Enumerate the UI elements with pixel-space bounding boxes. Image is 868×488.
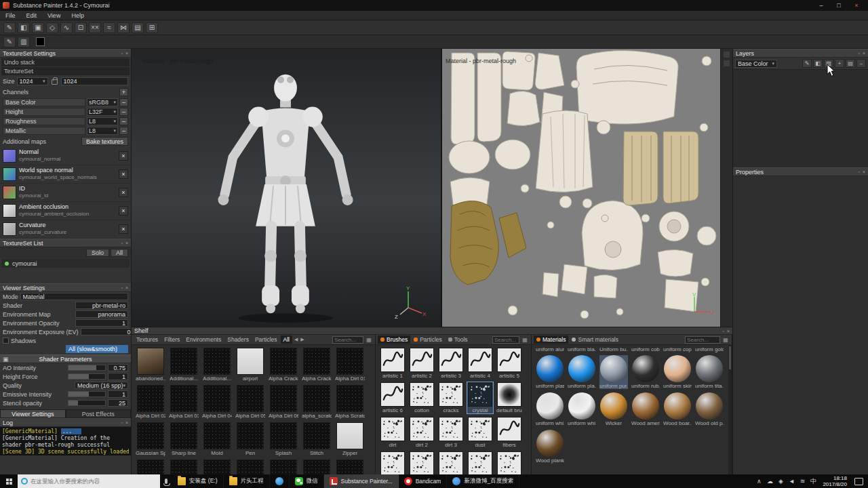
float-panel-icon[interactable]: ▫ <box>858 51 859 56</box>
float-panel-icon[interactable]: ▫ <box>121 420 122 425</box>
menu-edit[interactable]: Edit <box>21 12 43 19</box>
brush-thumb[interactable] <box>410 348 434 372</box>
menu-help[interactable]: Help <box>66 12 90 19</box>
shader-value[interactable]: pbr-metal-ro <box>75 302 128 309</box>
clear-map-button[interactable]: × <box>119 224 128 234</box>
smudge-tool-icon[interactable]: ∿ <box>60 22 73 33</box>
material-sphere[interactable] <box>696 355 723 382</box>
brush-thumb[interactable] <box>380 348 405 372</box>
material-sphere[interactable] <box>696 392 723 420</box>
texture-thumb[interactable] <box>237 422 264 449</box>
roughness-format-select[interactable]: L8▾ <box>87 117 118 125</box>
clear-map-button[interactable]: × <box>119 188 128 197</box>
texture-thumb[interactable] <box>170 385 197 412</box>
texture-thumb[interactable] <box>270 348 297 375</box>
material-sphere[interactable] <box>632 392 659 420</box>
emissive-intensity-slider[interactable] <box>68 391 106 397</box>
environment-exposure-ev-value[interactable]: 0 <box>81 328 132 336</box>
metallic-channel-button[interactable]: Metallic <box>3 127 85 135</box>
input-method-indicator[interactable]: 中 <box>810 477 816 486</box>
undo-stack-row[interactable]: Undo stack <box>1 58 130 66</box>
menu-file[interactable]: File <box>0 12 21 19</box>
maximize-button[interactable]: □ <box>830 0 848 11</box>
clear-map-button[interactable]: × <box>119 151 128 161</box>
discard-strokes-icon[interactable]: ×× <box>89 22 101 33</box>
stencil-opacity-value[interactable]: 25 <box>108 399 128 407</box>
brush-thumb[interactable] <box>410 382 434 407</box>
delete-layer-icon[interactable]: – <box>856 59 866 68</box>
texture-thumb[interactable] <box>303 422 330 449</box>
brush-thumb[interactable] <box>380 451 405 474</box>
taskbar-app-browser[interactable]: 新浪微博_百度搜索 <box>447 474 519 488</box>
texture-thumb[interactable] <box>203 348 231 375</box>
hidden-icons-chevron[interactable]: ∧ <box>755 478 762 485</box>
height-format-select[interactable]: L32F▾ <box>87 108 118 116</box>
stencil-opacity-slider[interactable] <box>68 400 106 406</box>
symmetry-toggle-icon[interactable]: ⋈ <box>117 22 130 33</box>
stencil-settings-icon[interactable]: ▥ <box>18 37 30 47</box>
taskbar-app-folder[interactable]: 片头工程 <box>224 474 270 488</box>
float-panel-icon[interactable]: ▫ <box>121 51 122 56</box>
taskbar-app-e[interactable]: 安装盘 (E:) <box>172 474 224 488</box>
texture-thumb[interactable] <box>170 460 197 474</box>
base-color-format-select[interactable]: sRGB8▾ <box>87 98 118 106</box>
texture-thumb[interactable] <box>237 385 264 412</box>
texture-thumb[interactable] <box>237 460 264 474</box>
brush-thumb[interactable] <box>410 417 434 441</box>
brush-thumb[interactable] <box>497 348 521 372</box>
texture-thumb[interactable] <box>303 348 330 375</box>
close-panel-icon[interactable]: × <box>125 241 128 245</box>
material-sphere[interactable] <box>536 392 564 420</box>
texture-thumb[interactable] <box>137 422 164 449</box>
paint-tool-icon[interactable]: ✎ <box>3 22 16 33</box>
add-fill-layer-icon[interactable]: ◧ <box>813 59 823 68</box>
quality-select[interactable]: Medium (16 spp)▾ <box>75 382 128 389</box>
shelf-tab-shaders[interactable]: Shaders <box>224 336 252 344</box>
shelf-tab-filters[interactable]: Filters <box>161 336 182 344</box>
material-sphere[interactable] <box>664 355 691 382</box>
action-center-icon[interactable] <box>854 478 863 485</box>
remove-channel-button[interactable]: – <box>119 98 128 106</box>
texture-thumb[interactable] <box>336 460 363 474</box>
close-panel-icon[interactable]: × <box>125 420 128 425</box>
lazy-mouse-icon[interactable]: ≈ <box>103 22 115 33</box>
remove-channel-button[interactable]: – <box>119 127 128 135</box>
brush-thumb[interactable] <box>497 451 521 474</box>
material-sphere[interactable] <box>568 392 595 420</box>
close-button[interactable]: × <box>848 0 865 11</box>
brush-search-input[interactable] <box>492 336 519 344</box>
brush-thumb[interactable] <box>468 348 492 372</box>
base-color-channel-button[interactable]: Base Color <box>3 98 85 106</box>
taskbar-app-circle-blue[interactable] <box>270 474 290 488</box>
remove-channel-button[interactable]: – <box>119 117 128 125</box>
shelf-tab-all[interactable]: All <box>281 336 292 344</box>
polygon-fill-tool-icon[interactable]: ◇ <box>46 22 58 33</box>
ao-intensity-value[interactable]: 0.75 <box>108 364 128 371</box>
roughness-channel-button[interactable]: Roughness <box>3 117 85 125</box>
texture-thumb[interactable] <box>203 460 231 474</box>
solo-button[interactable]: Solo <box>86 249 109 257</box>
emissive-intensity-value[interactable]: 1 <box>108 390 128 398</box>
brush-thumb[interactable] <box>439 348 463 372</box>
mode-select[interactable]: Material <box>20 293 128 300</box>
grid-toggle-icon[interactable]: ⊞ <box>146 22 158 33</box>
shelf-next-icon[interactable]: ▶ <box>300 337 304 342</box>
metallic-format-select[interactable]: L8▾ <box>87 127 118 135</box>
size-linked-field[interactable]: 1024 <box>61 77 128 85</box>
texture-thumb[interactable] <box>137 348 164 375</box>
brush-view-options-icon[interactable]: ▦ <box>521 337 529 343</box>
texture-thumb[interactable] <box>270 460 297 474</box>
brush-thumb[interactable] <box>468 382 492 407</box>
material-sphere[interactable] <box>600 355 627 382</box>
texture-thumb[interactable] <box>237 348 264 375</box>
add-folder-icon[interactable]: ▤ <box>846 59 855 68</box>
shelf-tab-smart-materials[interactable]: Smart materials <box>569 336 621 344</box>
library-search-input[interactable] <box>332 336 363 344</box>
tab-viewer-settings[interactable]: Viewer Settings <box>0 409 66 418</box>
projection-tool-icon[interactable]: ▣ <box>32 22 44 33</box>
layers-channel-select[interactable]: Base Color ▾ <box>735 60 777 68</box>
brush-thumb[interactable] <box>439 417 463 441</box>
close-panel-icon[interactable]: × <box>125 51 128 56</box>
texture-thumb[interactable] <box>203 422 231 449</box>
brush-thumb[interactable] <box>468 451 492 474</box>
